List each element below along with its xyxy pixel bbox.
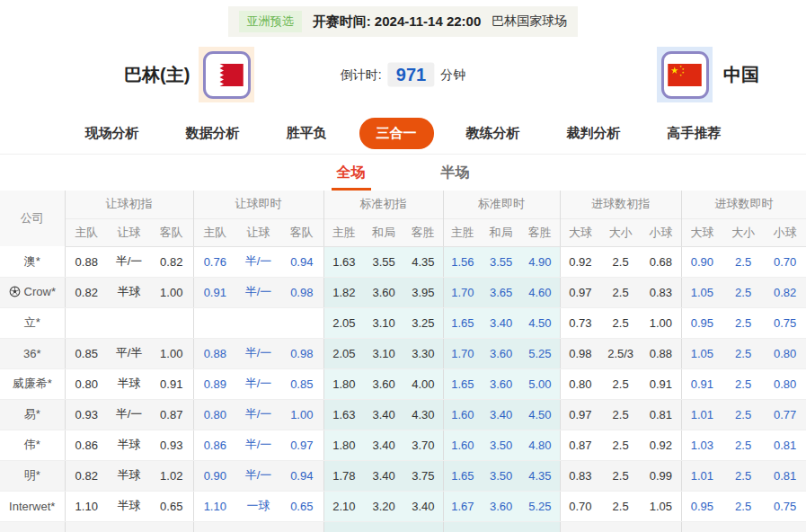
odds-cell: 0.92 xyxy=(560,246,600,277)
odds-cell: 2.5 xyxy=(722,368,764,399)
odds-cell: 0.93 xyxy=(150,430,193,460)
odds-cell: 0.70 xyxy=(560,491,600,521)
odds-cell: 1.80 xyxy=(323,368,364,399)
odds-cell: 2.5 xyxy=(600,307,641,338)
odds-cell: 半/一 xyxy=(236,277,280,307)
odds-cell xyxy=(236,521,280,532)
company-cell: 伟* xyxy=(0,430,65,460)
odds-cell: 3.20 xyxy=(364,491,403,521)
odds-cell: 0.88 xyxy=(641,338,681,368)
odds-cell: 4.60 xyxy=(520,277,560,307)
odds-cell: 0.95 xyxy=(681,491,722,521)
nav-tab-7[interactable]: 高手推荐 xyxy=(644,125,745,142)
countdown-unit: 分钟 xyxy=(440,66,465,83)
home-flag-frame xyxy=(203,51,251,99)
kickoff-time: 开赛时间: 2024-11-14 22:00 xyxy=(313,13,482,31)
odds-cell: 0.82 xyxy=(65,277,108,307)
odds-cell: 1.02 xyxy=(150,460,193,491)
odds-cell: 1.56 xyxy=(443,246,482,277)
odds-cell: 2.5 xyxy=(600,430,641,460)
nav-tab-5[interactable]: 教练分析 xyxy=(443,125,544,142)
odds-cell: 1.82 xyxy=(323,277,364,307)
away-team: 中国 xyxy=(657,47,759,102)
odds-cell: 2.5/3 xyxy=(600,338,641,368)
odds-cell: 3.55 xyxy=(364,246,403,277)
odds-cell: 2.5 xyxy=(600,277,641,307)
odds-cell: 1.60 xyxy=(443,430,482,460)
odds-cell: 1.01 xyxy=(681,399,722,430)
odds-cell: 0.77 xyxy=(764,399,806,430)
odds-cell: 3.50 xyxy=(482,460,520,491)
company-name: 36* xyxy=(23,347,41,360)
countdown: 倒计时: 971 分钟 xyxy=(341,63,465,87)
nav-tab-1[interactable]: 现场分析 xyxy=(62,125,163,142)
sub-header: 主队 xyxy=(193,218,236,246)
countdown-label: 倒计时: xyxy=(341,66,382,83)
odds-cell: 0.97 xyxy=(560,277,600,307)
odds-cell: 3.30 xyxy=(403,338,443,368)
odds-cell xyxy=(364,521,403,532)
sub-header: 小球 xyxy=(641,218,681,246)
odds-cell: 3.55 xyxy=(482,246,520,277)
odds-cell: 1.65 xyxy=(443,307,482,338)
company-name: 伟* xyxy=(24,438,40,451)
odds-cell: 0.91 xyxy=(150,368,193,399)
team-row: 巴林(主) 倒计时: 971 分钟 xyxy=(0,37,806,112)
nav-tab-4[interactable]: 三合一 xyxy=(359,118,434,149)
odds-cell: 0.90 xyxy=(681,246,722,277)
odds-cell: 1.00 xyxy=(280,399,323,430)
kickoff-value: 2024-11-14 22:00 xyxy=(375,13,481,29)
odds-cell xyxy=(482,521,520,532)
odds-cell: 1.05 xyxy=(681,338,722,368)
company-name: Interwet* xyxy=(9,500,55,513)
company-name: Crow* xyxy=(24,285,56,298)
odds-cell: 1.80 xyxy=(323,430,364,460)
odds-cell: 半/一 xyxy=(236,430,280,460)
sub-header: 让球 xyxy=(108,218,150,246)
odds-cell: 半/一 xyxy=(236,338,280,368)
odds-cell: 1.65 xyxy=(443,460,482,491)
odds-cell: 4.30 xyxy=(403,399,443,430)
odds-cell: 4.50 xyxy=(520,307,560,338)
sub-header: 客胜 xyxy=(520,218,560,246)
group-header-6: 进球数即时 xyxy=(681,191,806,218)
odds-cell: 1.03 xyxy=(681,430,722,460)
subtab-1[interactable]: 全场 xyxy=(332,155,371,191)
company-cell: 36* xyxy=(0,338,65,368)
odds-cell: 半/一 xyxy=(236,246,280,277)
odds-cell: 5.00 xyxy=(520,368,560,399)
odds-cell: 0.91 xyxy=(641,368,681,399)
odds-cell xyxy=(150,521,193,532)
odds-cell: 2.5 xyxy=(722,277,764,307)
odds-cell: 0.86 xyxy=(193,430,236,460)
company-cell: Interwet* xyxy=(0,491,65,521)
sub-header: 大小 xyxy=(722,218,764,246)
odds-cell: 1.60 xyxy=(443,399,482,430)
table-row: 立*2.053.103.251.653.404.500.732.51.000.9… xyxy=(0,307,806,338)
odds-cell: 2.10 xyxy=(323,491,364,521)
odds-cell xyxy=(108,307,150,338)
nav-tab-6[interactable]: 裁判分析 xyxy=(544,125,644,142)
odds-cell: 1.70 xyxy=(443,338,482,368)
away-team-name: 中国 xyxy=(723,63,759,87)
sub-header: 大球 xyxy=(681,218,722,246)
odds-cell: 4.50 xyxy=(520,399,560,430)
odds-cell: 3.65 xyxy=(482,277,520,307)
odds-cell: 1.63 xyxy=(323,246,364,277)
sub-header: 客队 xyxy=(280,218,323,246)
sub-header: 让球 xyxy=(236,218,280,246)
odds-cell: 0.97 xyxy=(280,430,323,460)
sub-header: 大球 xyxy=(560,218,600,246)
subtab-2[interactable]: 半场 xyxy=(436,155,475,191)
group-header-4: 标准即时 xyxy=(443,191,560,218)
odds-cell: 4.80 xyxy=(520,430,560,460)
odds-cell: 3.60 xyxy=(482,368,520,399)
sub-header: 客胜 xyxy=(403,218,443,246)
odds-cell: 半球 xyxy=(108,277,150,307)
period-subtabs: 全场半场 xyxy=(0,154,806,191)
odds-cell: 0.92 xyxy=(641,430,681,460)
nav-tab-3[interactable]: 胜平负 xyxy=(263,125,350,142)
odds-cell: 0.95 xyxy=(681,307,722,338)
group-header-3: 标准初指 xyxy=(323,191,443,218)
nav-tab-2[interactable]: 数据分析 xyxy=(163,125,263,142)
